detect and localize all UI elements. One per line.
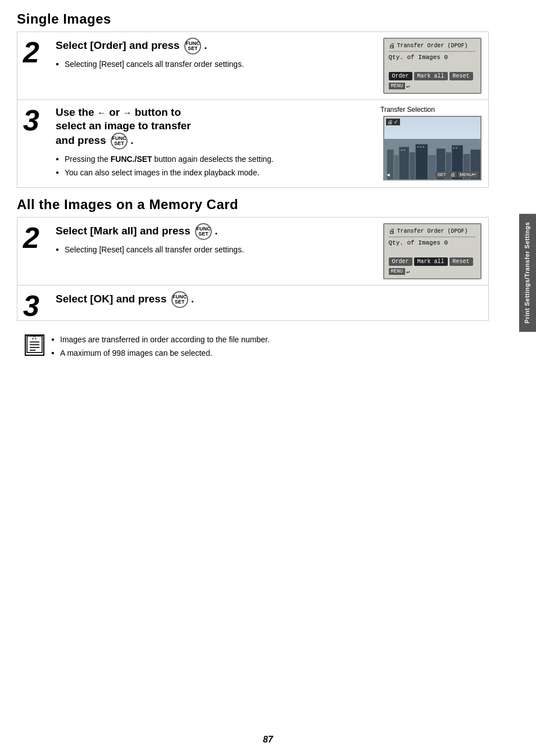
- func-btn-2-single: FUNCSET: [184, 38, 201, 55]
- lcd-btn-markall: Mark all: [414, 72, 448, 80]
- note-bullet-2: A maximum of 998 images can be selected.: [51, 348, 270, 359]
- step-2-single: 2 Select [Order] and press FUNCSET . Sel…: [17, 31, 489, 100]
- step-right-2-all: 🖨 Transfer Order (DPOF) Qty. of Images 0…: [376, 218, 488, 285]
- note-icon: [25, 334, 44, 356]
- svg-rect-14: [417, 146, 419, 147]
- svg-rect-16: [423, 146, 424, 147]
- func-btn-2-all: FUNCSET: [195, 223, 212, 240]
- bullet-item: You can also select images in the index …: [56, 168, 369, 179]
- lcd-btn-markall-all: Mark all: [414, 257, 448, 266]
- svg-rect-15: [420, 146, 421, 147]
- bullet-list-3-single: Pressing the FUNC./SET button again dese…: [56, 154, 369, 179]
- step-3-all: 3 Select [OK] and press FUNCSET .: [17, 286, 489, 321]
- lcd-buttons-2-single: Order Mark all Reset: [389, 72, 476, 80]
- svg-rect-18: [456, 147, 457, 148]
- transfer-image: 🖨✓ SET 🖨 MENU↵ ◄: [383, 116, 482, 180]
- note-box: Images are transferred in order accordin…: [17, 328, 489, 369]
- lcd-btn-order: Order: [389, 72, 412, 80]
- step-title-2-single: Select [Order] and press FUNCSET .: [56, 38, 369, 55]
- bullet-item: Selecting [Reset] cancels all transfer o…: [56, 59, 369, 70]
- bullet-list-2-single: Selecting [Reset] cancels all transfer o…: [56, 59, 369, 70]
- transfer-icon-all: 🖨: [389, 228, 395, 235]
- svg-rect-2: [394, 155, 398, 179]
- step-content-3-all: Select [OK] and press FUNCSET .: [51, 286, 488, 320]
- svg-rect-17: [453, 147, 455, 148]
- transfer-icon: 🖨: [389, 42, 395, 49]
- lcd-btn-reset: Reset: [449, 72, 473, 80]
- scroll-indicator: ◄: [386, 172, 391, 178]
- img-icon: 🖨: [449, 171, 457, 178]
- bullet-list-2-all: Selecting [Reset] cancels all transfer o…: [56, 245, 369, 256]
- bullet-item: Pressing the FUNC./SET button again dese…: [56, 154, 369, 165]
- step-number-2-all: 2: [17, 218, 51, 285]
- side-tab: Print Settings/Transfer Settings: [519, 214, 536, 332]
- arrow-left-icon: ←: [97, 107, 106, 119]
- step-title-3-single: Use the ← or → button to select an image…: [56, 106, 369, 150]
- lcd-btn-order-all: Order: [389, 257, 412, 266]
- step-content-3-single: Use the ← or → button to select an image…: [51, 100, 376, 187]
- main-content: Single Images 2 Select [Order] and press…: [0, 0, 506, 380]
- lcd-buttons-2-all: Order Mark all Reset: [389, 257, 476, 266]
- func-btn-3-single: FUNCSET: [111, 133, 128, 150]
- step-number-2-single: 2: [17, 32, 51, 99]
- note-text: Images are transferred in order accordin…: [51, 334, 270, 362]
- svg-rect-3: [399, 147, 409, 179]
- svg-rect-13: [403, 150, 405, 151]
- svg-rect-12: [401, 150, 402, 151]
- step-right-3-single: Transfer Selection: [376, 100, 488, 187]
- svg-marker-24: [32, 336, 37, 339]
- step-title-3-all: Select [OK] and press FUNCSET .: [56, 291, 482, 308]
- step-right-2-single: 🖨 Transfer Order (DPOF) Qty. of Images 0…: [376, 32, 488, 99]
- menu-icon: MENU: [389, 83, 406, 89]
- step-content-2-single: Select [Order] and press FUNCSET . Selec…: [51, 32, 376, 99]
- arrow-right-icon: →: [122, 107, 131, 119]
- step-number-3-all: 3: [17, 286, 51, 320]
- step-2-all: 2 Select [Mark all] and press FUNCSET . …: [17, 217, 489, 286]
- section-title-all: All the Images on a Memory Card: [17, 197, 489, 212]
- svg-rect-5: [415, 144, 427, 179]
- note-bullet-1: Images are transferred in order accordin…: [51, 334, 270, 346]
- transfer-label: Transfer Selection: [380, 106, 435, 114]
- section-title-single: Single Images: [17, 11, 489, 27]
- transfer-checkmark: 🖨✓: [386, 119, 400, 125]
- note-bullet-list: Images are transferred in order accordin…: [51, 334, 270, 359]
- step-content-2-all: Select [Mark all] and press FUNCSET . Se…: [51, 218, 376, 285]
- lcd-screen-2-single: 🖨 Transfer Order (DPOF) Qty. of Images 0…: [383, 38, 482, 94]
- menu-label: MENU↵: [458, 171, 479, 178]
- step-title-2-all: Select [Mark all] and press FUNCSET .: [56, 223, 369, 240]
- svg-rect-6: [428, 155, 436, 179]
- bullet-item: Selecting [Reset] cancels all transfer o…: [56, 245, 369, 256]
- page-number: 87: [263, 735, 273, 745]
- lcd-screen-2-all: 🖨 Transfer Order (DPOF) Qty. of Images 0…: [383, 223, 482, 279]
- menu-icon-all: MENU: [389, 268, 406, 275]
- transfer-bottom-bar: SET 🖨 MENU↵: [435, 171, 478, 178]
- func-btn-3-all: FUNCSET: [171, 291, 188, 308]
- lcd-btn-reset-all: Reset: [449, 257, 473, 266]
- step-3-single: 3 Use the ← or → button to select an ima…: [17, 100, 489, 188]
- step-number-3-single: 3: [17, 100, 51, 187]
- note-icon-svg: [25, 336, 44, 353]
- set-label: SET: [435, 171, 448, 178]
- svg-rect-4: [409, 152, 415, 179]
